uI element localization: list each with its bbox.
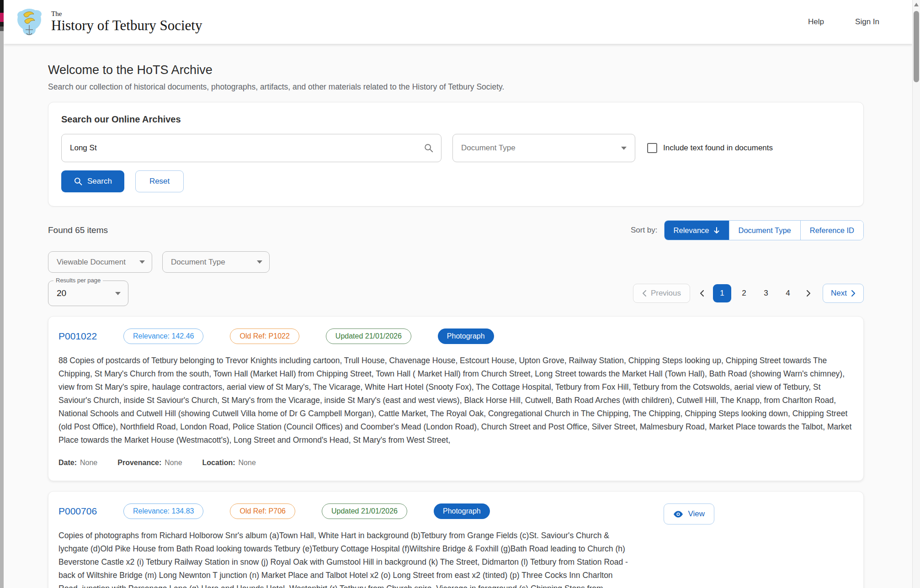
found-count: Found 65 items	[48, 225, 108, 235]
document-type-filter[interactable]: Document Type	[162, 251, 270, 273]
scrollbar-up-arrow-icon[interactable]	[914, 3, 919, 6]
header-nav: Help Sign In	[808, 17, 879, 26]
relevance-badge: Relevance: 134.83	[123, 503, 203, 519]
date-value: None	[80, 459, 97, 466]
document-type-select-value: Document Type	[461, 143, 516, 153]
result-card: P000706 Relevance: 134.83 Old Ref: P706 …	[48, 491, 864, 588]
sort-reference-id-label: Reference ID	[810, 226, 854, 235]
window-edge-strip	[0, 0, 4, 588]
page-number-2[interactable]: 2	[735, 284, 753, 302]
page-number-4[interactable]: 4	[779, 284, 797, 302]
result-description: Copies of photographs from Richard Holbo…	[58, 529, 630, 588]
provenance-label: Provenance:	[117, 459, 161, 466]
location-value: None	[239, 459, 256, 466]
main-content: Welcome to the HoTS Archive Search our c…	[48, 63, 864, 588]
page-back-chevron[interactable]	[694, 284, 709, 302]
pagination: Previous 1 2 3 4 Next	[633, 284, 864, 303]
results-per-page-value: 20	[57, 288, 66, 298]
chevron-down-icon	[621, 147, 627, 150]
result-reference-link[interactable]: P000706	[58, 506, 123, 517]
chevron-down-icon	[257, 260, 262, 264]
chevron-left-icon	[642, 290, 646, 297]
viewable-document-filter-value: Viewable Document	[57, 258, 126, 267]
document-type-select[interactable]: Document Type	[452, 134, 635, 162]
brand-prefix: The	[51, 11, 202, 17]
search-button-icon	[74, 177, 83, 186]
sort-by-label: Sort by:	[631, 226, 658, 235]
location-label: Location:	[202, 459, 235, 466]
previous-page-label: Previous	[651, 289, 681, 298]
search-field	[61, 134, 441, 162]
result-reference-link[interactable]: P001022	[58, 331, 123, 342]
sort-by-group: Sort by: Relevance Document Type Referen…	[631, 220, 864, 240]
page-subtitle: Search our collection of historical docu…	[48, 82, 864, 92]
old-ref-badge: Old Ref: P706	[230, 503, 295, 519]
reset-button-label: Reset	[149, 177, 170, 186]
results-per-page-select[interactable]: Results per page 20	[48, 281, 128, 306]
result-description: 88 Copies of postcards of Tetbury belong…	[58, 354, 853, 447]
help-link[interactable]: Help	[808, 17, 824, 26]
include-text-option: Include text found in documents	[647, 143, 773, 153]
include-text-label: Include text found in documents	[663, 143, 773, 153]
sort-button-reference-id[interactable]: Reference ID	[800, 221, 863, 240]
page-forward-chevron[interactable]	[801, 284, 816, 302]
sort-button-relevance[interactable]: Relevance	[665, 221, 729, 240]
chevron-right-icon	[851, 290, 856, 297]
document-type-badge: Photograph	[434, 503, 490, 519]
updated-badge: Updated 21/01/2026	[322, 503, 407, 519]
sign-in-link[interactable]: Sign In	[855, 17, 879, 26]
next-page-label: Next	[831, 289, 847, 298]
provenance-value: None	[165, 459, 182, 466]
page-title: Welcome to the HoTS Archive	[48, 63, 864, 77]
sort-relevance-label: Relevance	[674, 226, 709, 235]
page-number-3[interactable]: 3	[757, 284, 775, 302]
previous-page-button[interactable]: Previous	[633, 284, 690, 303]
sort-document-type-label: Document Type	[739, 226, 791, 235]
chevron-down-icon	[139, 260, 145, 264]
view-button[interactable]: View	[664, 503, 714, 524]
page-number-1[interactable]: 1	[713, 284, 731, 302]
search-input[interactable]	[70, 143, 424, 153]
site-header: The History of Tetbury Society Help Sign…	[4, 0, 912, 44]
old-ref-badge: Old Ref: P1022	[230, 328, 299, 344]
eye-icon	[673, 511, 683, 518]
search-panel-title: Search our Online Archives	[61, 114, 851, 125]
results-per-page-label: Results per page	[53, 277, 103, 284]
scrollbar-thumb[interactable]	[914, 11, 919, 82]
search-icon	[424, 143, 434, 153]
document-type-badge: Photograph	[438, 328, 494, 344]
next-page-button[interactable]: Next	[823, 284, 864, 303]
sort-direction-down-icon	[713, 227, 720, 234]
reset-button[interactable]: Reset	[135, 170, 184, 192]
result-card: P001022 Relevance: 142.46 Old Ref: P1022…	[48, 316, 864, 481]
include-text-checkbox[interactable]	[647, 143, 657, 153]
chevron-down-icon	[115, 292, 121, 295]
document-type-filter-value: Document Type	[171, 258, 225, 267]
result-meta: Date:None Provenance:None Location:None	[58, 459, 853, 467]
brand-title: The History of Tetbury Society	[51, 11, 202, 34]
view-button-label: View	[688, 509, 705, 519]
viewable-document-filter[interactable]: Viewable Document	[48, 251, 152, 273]
search-button[interactable]: Search	[61, 170, 124, 192]
page-scrollbar[interactable]	[912, 0, 920, 588]
society-logo	[16, 7, 44, 37]
date-label: Date:	[58, 459, 77, 466]
search-panel: Search our Online Archives Document Type…	[48, 102, 864, 207]
brand-name: History of Tetbury Society	[51, 17, 202, 34]
search-button-label: Search	[87, 177, 112, 186]
relevance-badge: Relevance: 142.46	[123, 328, 203, 344]
updated-badge: Updated 21/01/2026	[326, 328, 411, 344]
sort-button-document-type[interactable]: Document Type	[729, 221, 800, 240]
